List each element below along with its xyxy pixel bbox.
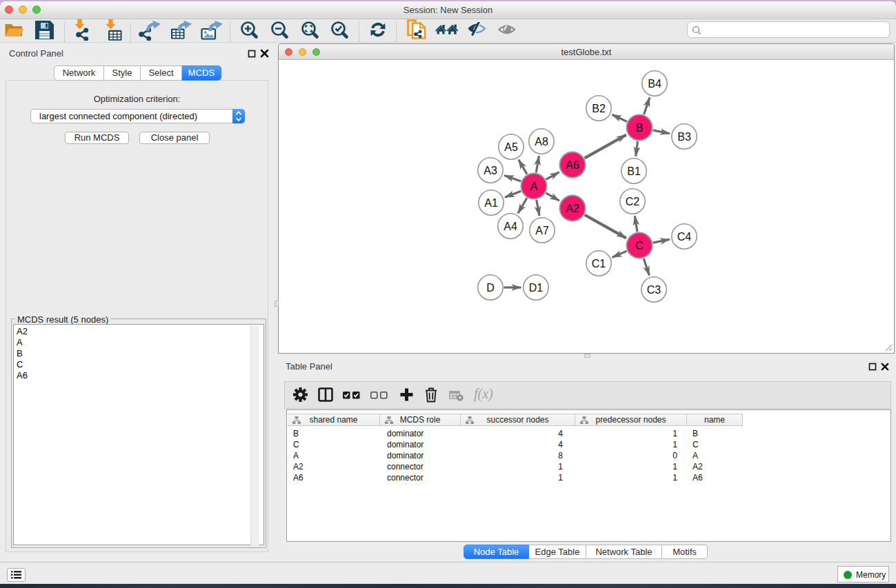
svg-text:B1: B1 bbox=[627, 165, 641, 177]
svg-text:A1: A1 bbox=[484, 197, 498, 209]
svg-text:B2: B2 bbox=[592, 103, 606, 114]
svg-text:B4: B4 bbox=[648, 78, 661, 90]
svg-text:A2: A2 bbox=[566, 203, 579, 214]
svg-text:A5: A5 bbox=[504, 141, 518, 153]
svg-text:A: A bbox=[530, 181, 538, 192]
svg-text:C3: C3 bbox=[647, 284, 661, 296]
svg-text:D: D bbox=[486, 282, 495, 294]
svg-text:C1: C1 bbox=[592, 258, 606, 270]
svg-text:C4: C4 bbox=[677, 231, 692, 243]
svg-text:A6: A6 bbox=[566, 159, 579, 171]
svg-text:D1: D1 bbox=[529, 282, 544, 294]
svg-text:A8: A8 bbox=[535, 136, 548, 148]
svg-text:A7: A7 bbox=[535, 225, 549, 236]
svg-text:B3: B3 bbox=[677, 131, 691, 143]
svg-text:A3: A3 bbox=[484, 165, 497, 176]
svg-text:A4: A4 bbox=[504, 221, 517, 232]
svg-text:B: B bbox=[636, 122, 644, 134]
svg-text:C: C bbox=[635, 240, 644, 252]
svg-text:C2: C2 bbox=[626, 196, 640, 207]
